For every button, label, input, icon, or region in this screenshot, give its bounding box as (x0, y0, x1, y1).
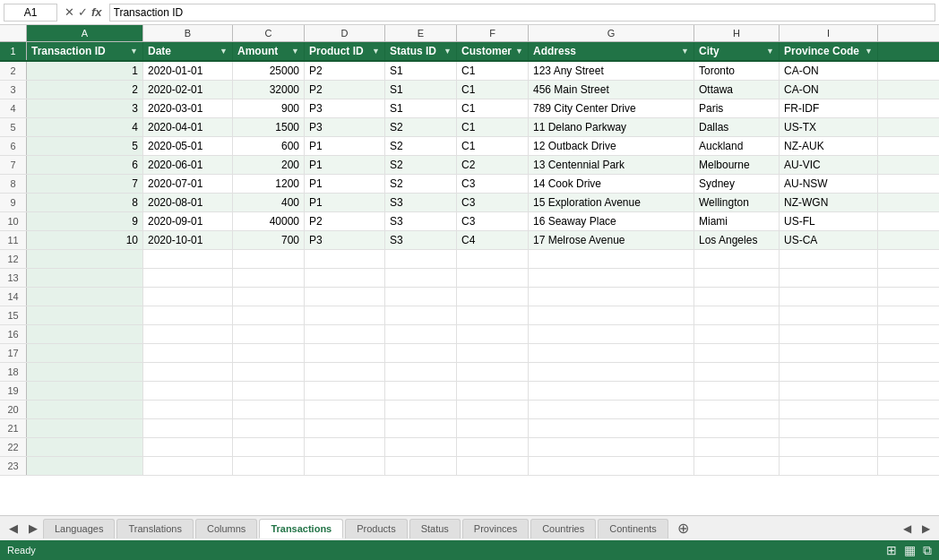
cell-city-3[interactable]: Ottawa (694, 81, 780, 99)
row-num-20[interactable]: 20 (0, 401, 27, 418)
sheet-nav-right[interactable]: ▶ (23, 521, 43, 535)
cell-province-8[interactable]: AU-NSW (780, 175, 878, 193)
cell-date-3[interactable]: 2020-02-01 (143, 81, 233, 99)
cell-date-7[interactable]: 2020-06-01 (143, 156, 233, 174)
cell-id-5[interactable]: 4 (27, 118, 143, 136)
row-num-22[interactable]: 22 (0, 438, 27, 456)
sheet-tab-languages[interactable]: Languages (43, 519, 115, 538)
cell-city-4[interactable]: Paris (694, 99, 780, 117)
col-header-B[interactable]: B (143, 25, 233, 41)
header-cell-transaction-id[interactable]: Transaction ID ▼ (27, 42, 143, 60)
col-header-C[interactable]: C (233, 25, 305, 41)
cell-status-10[interactable]: S3 (385, 212, 457, 230)
sheet-tab-products[interactable]: Products (345, 519, 407, 538)
row-num-21[interactable]: 21 (0, 419, 27, 437)
sheet-tab-transactions[interactable]: Transactions (259, 519, 343, 538)
cell-product-9[interactable]: P1 (305, 194, 385, 211)
cell-amount-3[interactable]: 32000 (233, 81, 305, 99)
header-cell-status-id[interactable]: Status ID ▼ (385, 42, 457, 60)
cell-product-6[interactable]: P1 (305, 137, 385, 155)
cell-amount-2[interactable]: 25000 (233, 62, 305, 80)
header-cell-date[interactable]: Date ▼ (143, 42, 233, 60)
cell-province-10[interactable]: US-FL (780, 212, 878, 230)
header-cell-customer[interactable]: Customer ▼ (457, 42, 529, 60)
row-num-6[interactable]: 6 (0, 137, 27, 155)
cell-customer-7[interactable]: C2 (457, 156, 529, 174)
header-cell-province-code[interactable]: Province Code ▼ (780, 42, 878, 60)
cell-address-10[interactable]: 16 Seaway Place (529, 212, 694, 230)
filter-btn-i[interactable]: ▼ (865, 47, 873, 56)
row-num-11[interactable]: 11 (0, 231, 27, 249)
cell-city-9[interactable]: Wellington (694, 194, 780, 211)
col-header-E[interactable]: E (385, 25, 457, 41)
cell-date-11[interactable]: 2020-10-01 (143, 231, 233, 249)
normal-view-icon[interactable]: ⊞ (886, 543, 897, 557)
row-num-7[interactable]: 7 (0, 156, 27, 174)
cell-city-8[interactable]: Sydney (694, 175, 780, 193)
cell-id-8[interactable]: 7 (27, 175, 143, 193)
cell-address-2[interactable]: 123 Any Street (529, 62, 694, 80)
cell-product-3[interactable]: P2 (305, 81, 385, 99)
row-num-9[interactable]: 9 (0, 194, 27, 211)
cell-amount-5[interactable]: 1500 (233, 118, 305, 136)
cell-status-3[interactable]: S1 (385, 81, 457, 99)
cell-customer-6[interactable]: C1 (457, 137, 529, 155)
cell-province-2[interactable]: CA-ON (780, 62, 878, 80)
cell-status-11[interactable]: S3 (385, 231, 457, 249)
filter-btn-b[interactable]: ▼ (220, 47, 228, 56)
cell-amount-8[interactable]: 1200 (233, 175, 305, 193)
row-num-3[interactable]: 3 (0, 81, 27, 99)
col-header-H[interactable]: H (694, 25, 780, 41)
cell-address-11[interactable]: 17 Melrose Avenue (529, 231, 694, 249)
cell-id-10[interactable]: 9 (27, 212, 143, 230)
filter-btn-d[interactable]: ▼ (372, 47, 380, 56)
formula-input[interactable]: Transaction ID (109, 4, 935, 22)
col-header-F[interactable]: F (457, 25, 529, 41)
cell-address-6[interactable]: 12 Outback Drive (529, 137, 694, 155)
cell-id-11[interactable]: 10 (27, 231, 143, 249)
cell-status-6[interactable]: S2 (385, 137, 457, 155)
cell-customer-10[interactable]: C3 (457, 212, 529, 230)
cell-date-6[interactable]: 2020-05-01 (143, 137, 233, 155)
cell-city-7[interactable]: Melbourne (694, 156, 780, 174)
cell-status-8[interactable]: S2 (385, 175, 457, 193)
cell-customer-8[interactable]: C3 (457, 175, 529, 193)
cell-customer-5[interactable]: C1 (457, 118, 529, 136)
cell-address-7[interactable]: 13 Centennial Park (529, 156, 694, 174)
cell-province-9[interactable]: NZ-WGN (780, 194, 878, 211)
cell-customer-3[interactable]: C1 (457, 81, 529, 99)
col-header-A[interactable]: A (27, 25, 143, 41)
cell-product-4[interactable]: P3 (305, 99, 385, 117)
col-header-G[interactable]: G (529, 25, 694, 41)
cell-status-9[interactable]: S3 (385, 194, 457, 211)
filter-btn-g[interactable]: ▼ (681, 47, 689, 56)
cancel-icon[interactable]: ✕ (65, 5, 74, 19)
sheet-tab-countries[interactable]: Countries (530, 519, 596, 538)
cell-date-5[interactable]: 2020-04-01 (143, 118, 233, 136)
sheet-tab-provinces[interactable]: Provinces (462, 519, 529, 538)
cell-city-10[interactable]: Miami (694, 212, 780, 230)
confirm-icon[interactable]: ✓ (78, 5, 88, 19)
cell-amount-4[interactable]: 900 (233, 99, 305, 117)
sheet-nav-left[interactable]: ◀ (4, 521, 23, 535)
row-num-19[interactable]: 19 (0, 382, 27, 400)
filter-btn-f[interactable]: ▼ (515, 47, 523, 56)
cell-date-10[interactable]: 2020-09-01 (143, 212, 233, 230)
row-num-10[interactable]: 10 (0, 212, 27, 230)
row-num-23[interactable]: 23 (0, 457, 27, 475)
cell-status-5[interactable]: S2 (385, 118, 457, 136)
row-num-16[interactable]: 16 (0, 325, 27, 343)
cell-status-7[interactable]: S2 (385, 156, 457, 174)
row-num-18[interactable]: 18 (0, 363, 27, 381)
cell-id-4[interactable]: 3 (27, 99, 143, 117)
cell-id-7[interactable]: 6 (27, 156, 143, 174)
cell-province-11[interactable]: US-CA (780, 231, 878, 249)
cell-customer-11[interactable]: C4 (457, 231, 529, 249)
row-num-1[interactable]: 1 (0, 42, 27, 60)
cell-product-10[interactable]: P2 (305, 212, 385, 230)
cell-city-11[interactable]: Los Angeles (694, 231, 780, 249)
filter-btn-e[interactable]: ▼ (444, 47, 452, 56)
col-header-I[interactable]: I (780, 25, 878, 41)
cell-ref-box[interactable]: A1 (4, 4, 57, 22)
cell-product-7[interactable]: P1 (305, 156, 385, 174)
